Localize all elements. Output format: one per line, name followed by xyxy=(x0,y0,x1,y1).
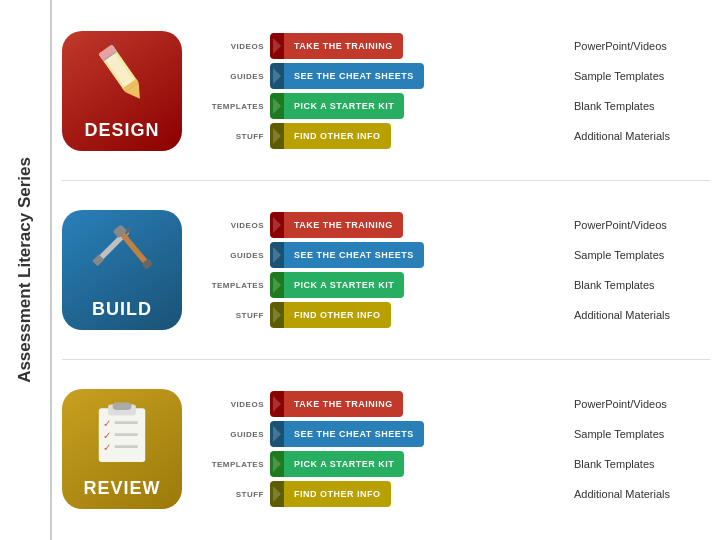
btn-row-review-3: STUFF FIND OTHER INFO xyxy=(196,481,556,507)
btn-text-review-1: SEE THE CHEAT SHEETS xyxy=(284,421,424,447)
row-build: BUILD VIDEOS TAKE THE TRAINING GUIDES SE… xyxy=(62,187,710,353)
app-icon-build[interactable]: BUILD xyxy=(62,210,182,330)
svg-text:✓: ✓ xyxy=(103,430,111,441)
btn-row-build-2: TEMPLATES PICK A STARTER KIT xyxy=(196,272,556,298)
btn-row-design-2: TEMPLATES PICK A STARTER KIT xyxy=(196,93,556,119)
btn-tag-build-3: STUFF xyxy=(196,311,264,320)
action-btn-review-0[interactable]: TAKE THE TRAINING xyxy=(270,391,403,417)
btn-text-build-0: TAKE THE TRAINING xyxy=(284,212,403,238)
btn-tag-design-2: TEMPLATES xyxy=(196,102,264,111)
row-divider xyxy=(62,180,710,181)
svg-rect-18 xyxy=(115,433,138,436)
desc-item-design-1: Sample Templates xyxy=(570,63,710,89)
action-btn-design-2[interactable]: PICK A STARTER KIT xyxy=(270,93,404,119)
btn-text-design-3: FIND OTHER INFO xyxy=(284,123,391,149)
desc-item-build-1: Sample Templates xyxy=(570,242,710,268)
btn-text-design-0: TAKE THE TRAINING xyxy=(284,33,403,59)
app-icon-design[interactable]: DESIGN xyxy=(62,31,182,151)
btn-row-build-3: STUFF FIND OTHER INFO xyxy=(196,302,556,328)
buttons-area-design: VIDEOS TAKE THE TRAINING GUIDES SEE THE … xyxy=(196,33,556,149)
design-icon xyxy=(82,39,162,109)
action-btn-build-3[interactable]: FIND OTHER INFO xyxy=(270,302,391,328)
btn-arrow-build-3 xyxy=(270,302,284,328)
desc-item-build-3: Additional Materials xyxy=(570,302,710,328)
btn-row-design-0: VIDEOS TAKE THE TRAINING xyxy=(196,33,556,59)
btn-tag-design-1: GUIDES xyxy=(196,72,264,81)
desc-area-review: PowerPoint/VideosSample TemplatesBlank T… xyxy=(570,391,710,507)
action-btn-review-3[interactable]: FIND OTHER INFO xyxy=(270,481,391,507)
btn-text-build-2: PICK A STARTER KIT xyxy=(284,272,404,298)
sidebar-title-text: Assessment Literacy Series xyxy=(15,157,35,383)
btn-text-build-3: FIND OTHER INFO xyxy=(284,302,391,328)
action-btn-build-0[interactable]: TAKE THE TRAINING xyxy=(270,212,403,238)
btn-row-review-1: GUIDES SEE THE CHEAT SHEETS xyxy=(196,421,556,447)
btn-tag-design-3: STUFF xyxy=(196,132,264,141)
action-btn-build-1[interactable]: SEE THE CHEAT SHEETS xyxy=(270,242,424,268)
desc-area-build: PowerPoint/VideosSample TemplatesBlank T… xyxy=(570,212,710,328)
buttons-area-build: VIDEOS TAKE THE TRAINING GUIDES SEE THE … xyxy=(196,212,556,328)
btn-arrow-design-0 xyxy=(270,33,284,59)
buttons-area-review: VIDEOS TAKE THE TRAINING GUIDES SEE THE … xyxy=(196,391,556,507)
action-btn-review-2[interactable]: PICK A STARTER KIT xyxy=(270,451,404,477)
btn-row-build-0: VIDEOS TAKE THE TRAINING xyxy=(196,212,556,238)
desc-item-review-2: Blank Templates xyxy=(570,451,710,477)
desc-item-build-0: PowerPoint/Videos xyxy=(570,212,710,238)
svg-rect-16 xyxy=(115,421,138,424)
btn-arrow-build-0 xyxy=(270,212,284,238)
btn-text-review-0: TAKE THE TRAINING xyxy=(284,391,403,417)
review-icon: ✓ ✓ ✓ xyxy=(82,397,162,467)
btn-text-review-3: FIND OTHER INFO xyxy=(284,481,391,507)
desc-item-review-0: PowerPoint/Videos xyxy=(570,391,710,417)
btn-tag-review-3: STUFF xyxy=(196,490,264,499)
btn-text-design-2: PICK A STARTER KIT xyxy=(284,93,404,119)
btn-arrow-review-0 xyxy=(270,391,284,417)
btn-row-review-0: VIDEOS TAKE THE TRAINING xyxy=(196,391,556,417)
btn-arrow-design-2 xyxy=(270,93,284,119)
svg-text:✓: ✓ xyxy=(103,418,111,429)
btn-row-build-1: GUIDES SEE THE CHEAT SHEETS xyxy=(196,242,556,268)
btn-tag-design-0: VIDEOS xyxy=(196,42,264,51)
desc-item-build-2: Blank Templates xyxy=(570,272,710,298)
btn-arrow-design-1 xyxy=(270,63,284,89)
btn-arrow-build-1 xyxy=(270,242,284,268)
btn-text-review-2: PICK A STARTER KIT xyxy=(284,451,404,477)
desc-item-review-1: Sample Templates xyxy=(570,421,710,447)
row-review: ✓ ✓ ✓ REVIEW VIDEOS TAKE THE TRAINING GU… xyxy=(62,366,710,532)
desc-item-design-3: Additional Materials xyxy=(570,123,710,149)
btn-arrow-design-3 xyxy=(270,123,284,149)
action-btn-review-1[interactable]: SEE THE CHEAT SHEETS xyxy=(270,421,424,447)
btn-tag-build-2: TEMPLATES xyxy=(196,281,264,290)
btn-tag-review-0: VIDEOS xyxy=(196,400,264,409)
action-btn-design-1[interactable]: SEE THE CHEAT SHEETS xyxy=(270,63,424,89)
row-design: DESIGN VIDEOS TAKE THE TRAINING GUIDES S… xyxy=(62,8,710,174)
app-icon-review[interactable]: ✓ ✓ ✓ REVIEW xyxy=(62,389,182,509)
desc-item-design-2: Blank Templates xyxy=(570,93,710,119)
build-icon xyxy=(82,218,162,288)
btn-row-design-1: GUIDES SEE THE CHEAT SHEETS xyxy=(196,63,556,89)
btn-arrow-review-2 xyxy=(270,451,284,477)
desc-area-design: PowerPoint/VideosSample TemplatesBlank T… xyxy=(570,33,710,149)
desc-item-design-0: PowerPoint/Videos xyxy=(570,33,710,59)
desc-item-review-3: Additional Materials xyxy=(570,481,710,507)
btn-arrow-review-3 xyxy=(270,481,284,507)
btn-tag-build-1: GUIDES xyxy=(196,251,264,260)
sidebar-title: Assessment Literacy Series xyxy=(0,0,52,540)
action-btn-design-3[interactable]: FIND OTHER INFO xyxy=(270,123,391,149)
btn-row-review-2: TEMPLATES PICK A STARTER KIT xyxy=(196,451,556,477)
btn-arrow-review-1 xyxy=(270,421,284,447)
action-btn-design-0[interactable]: TAKE THE TRAINING xyxy=(270,33,403,59)
review-label: REVIEW xyxy=(83,478,160,499)
svg-rect-14 xyxy=(113,403,132,410)
main-content: DESIGN VIDEOS TAKE THE TRAINING GUIDES S… xyxy=(52,0,720,540)
build-label: BUILD xyxy=(92,299,152,320)
btn-tag-build-0: VIDEOS xyxy=(196,221,264,230)
row-divider xyxy=(62,359,710,360)
svg-text:✓: ✓ xyxy=(103,442,111,453)
design-label: DESIGN xyxy=(84,120,159,141)
btn-tag-review-2: TEMPLATES xyxy=(196,460,264,469)
btn-tag-review-1: GUIDES xyxy=(196,430,264,439)
action-btn-build-2[interactable]: PICK A STARTER KIT xyxy=(270,272,404,298)
btn-row-design-3: STUFF FIND OTHER INFO xyxy=(196,123,556,149)
btn-text-design-1: SEE THE CHEAT SHEETS xyxy=(284,63,424,89)
svg-rect-20 xyxy=(115,445,138,448)
